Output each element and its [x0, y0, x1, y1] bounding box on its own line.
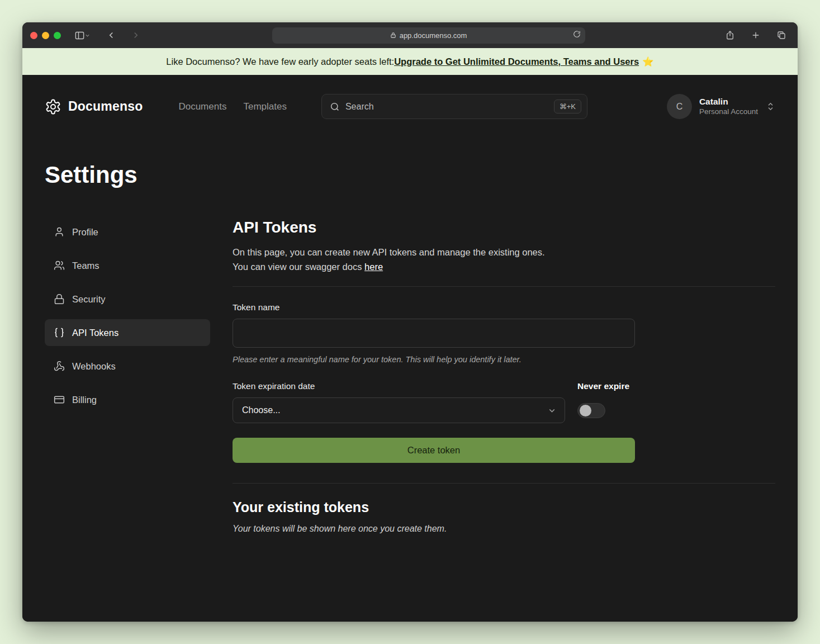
token-name-label: Token name: [233, 302, 775, 312]
sidebar-item-label: Billing: [72, 395, 97, 405]
nav-documents[interactable]: Documents: [178, 101, 226, 112]
top-nav: Documents Templates: [178, 101, 286, 112]
page-title: Settings: [45, 162, 775, 188]
braces-icon: [54, 327, 65, 338]
browser-toolbar: app.documenso.com: [22, 22, 798, 48]
search-input[interactable]: Search ⌘+K: [321, 94, 587, 119]
section-description: On this page, you can create new API tok…: [233, 245, 775, 260]
existing-tokens-title: Your existing tokens: [233, 499, 775, 515]
tab-overview-icon[interactable]: [773, 27, 790, 44]
expiration-label: Token expiration date: [233, 381, 565, 391]
sidebar-item-profile[interactable]: Profile: [45, 219, 210, 245]
credit-card-icon: [54, 394, 65, 405]
app-header: Documenso Documents Templates Search ⌘+K…: [45, 75, 775, 119]
lock-icon: [54, 293, 65, 305]
promo-text: Like Documenso? We have few early adopte…: [166, 56, 394, 67]
sidebar-item-api-tokens[interactable]: API Tokens: [45, 319, 210, 346]
upgrade-link[interactable]: Upgrade to Get Unlimited Documents, Team…: [394, 56, 639, 67]
divider: [233, 483, 775, 484]
webhook-icon: [54, 361, 65, 372]
share-icon[interactable]: [722, 27, 738, 44]
avatar: C: [667, 94, 692, 119]
lock-icon: [390, 32, 396, 39]
browser-window: app.documenso.com Like Documenso? We hav…: [22, 22, 798, 622]
user-icon: [54, 226, 65, 238]
star-icon: ⭐: [642, 56, 654, 67]
sidebar-item-label: Webhooks: [72, 361, 116, 372]
users-icon: [54, 260, 65, 271]
reload-icon[interactable]: [573, 30, 581, 38]
search-shortcut: ⌘+K: [554, 100, 581, 113]
sidebar-item-teams[interactable]: Teams: [45, 252, 210, 279]
expiration-select[interactable]: Choose...: [233, 397, 565, 423]
sidebar-chevron-icon[interactable]: [84, 32, 91, 39]
app-root: Documenso Documents Templates Search ⌘+K…: [22, 75, 798, 622]
create-token-button[interactable]: Create token: [233, 438, 635, 463]
toggle-knob: [580, 405, 591, 416]
docs-text: You can view our swagger docs: [233, 262, 364, 272]
new-tab-icon[interactable]: [747, 27, 764, 44]
sidebar-item-webhooks[interactable]: Webhooks: [45, 353, 210, 380]
never-expire-toggle[interactable]: [577, 403, 605, 418]
sidebar-item-billing[interactable]: Billing: [45, 386, 210, 413]
chevrons-up-down-icon: [766, 102, 775, 111]
token-name-input[interactable]: [233, 319, 635, 348]
search-placeholder: Search: [345, 102, 548, 112]
minimize-window-button[interactable]: [42, 32, 49, 39]
brand-name: Documenso: [68, 99, 143, 114]
sidebar-item-label: Profile: [72, 227, 98, 238]
search-icon: [330, 102, 340, 112]
existing-tokens-empty-text: Your tokens will be shown here once you …: [233, 524, 775, 534]
close-window-button[interactable]: [30, 32, 37, 39]
traffic-lights: [30, 32, 61, 39]
expiration-selected-value: Choose...: [242, 405, 280, 415]
api-tokens-panel: API Tokens On this page, you can create …: [210, 219, 775, 534]
address-bar[interactable]: app.documenso.com: [272, 27, 585, 44]
brand[interactable]: Documenso: [45, 98, 143, 115]
promo-banner: Like Documenso? We have few early adopte…: [22, 48, 798, 75]
token-name-help: Please enter a meaningful name for your …: [233, 355, 775, 364]
forward-button[interactable]: [127, 27, 144, 44]
zoom-window-button[interactable]: [54, 32, 61, 39]
settings-sidebar: Profile Teams Security: [45, 219, 210, 413]
sidebar-item-label: API Tokens: [72, 328, 119, 338]
documenso-logo-icon: [45, 98, 61, 115]
swagger-docs-link[interactable]: here: [364, 262, 383, 272]
nav-templates[interactable]: Templates: [243, 101, 286, 112]
url-text: app.documenso.com: [400, 31, 467, 40]
user-name: Catalin: [699, 96, 758, 107]
sidebar-item-label: Security: [72, 294, 106, 305]
user-menu[interactable]: C Catalin Personal Account: [667, 94, 775, 119]
never-expire-label: Never expire: [577, 381, 629, 391]
sidebar-item-security[interactable]: Security: [45, 286, 210, 312]
section-title: API Tokens: [233, 219, 775, 236]
back-button[interactable]: [103, 27, 120, 44]
divider: [233, 286, 775, 287]
sidebar-item-label: Teams: [72, 261, 99, 271]
chevron-down-icon: [547, 406, 557, 415]
user-account-type: Personal Account: [699, 107, 758, 117]
